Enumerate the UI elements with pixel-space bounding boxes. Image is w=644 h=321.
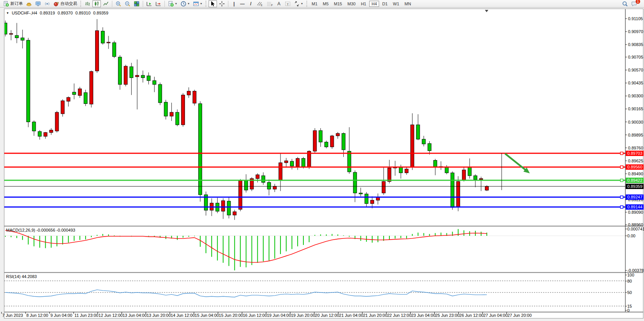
notification-badge: 1: [636, 0, 640, 4]
arrows-caret: ▼: [301, 2, 303, 5]
time-tick-label: 23 Jun 04:00: [411, 313, 435, 318]
timeframe-button-mn[interactable]: MN: [402, 1, 413, 7]
fibonacci-button[interactable]: F: [265, 0, 274, 7]
toolbar-grip: [80, 1, 81, 7]
timeframe-button-m15[interactable]: M15: [332, 1, 344, 7]
tile-windows-button[interactable]: [132, 0, 141, 7]
channel-button[interactable]: E: [255, 0, 265, 7]
tile-windows-icon: [134, 1, 140, 7]
text-label-icon: T: [285, 1, 291, 7]
time-tick-label: 11 Jun 23:00: [75, 313, 99, 318]
rsi-pane-label: RSI(14) 44.2083: [6, 274, 37, 279]
timeframe-button-w1[interactable]: W1: [391, 1, 402, 7]
toolbar-separator: [112, 1, 112, 7]
hline-handle[interactable]: [620, 206, 623, 208]
terminal-button[interactable]: [34, 0, 42, 7]
clock-icon: [180, 1, 187, 7]
indicators-button[interactable]: ▼: [167, 0, 179, 7]
time-tick-label: 26 Jun 12:00: [459, 313, 484, 318]
time-tick-label: 8 Jun 12:00: [26, 313, 48, 318]
cursor-button[interactable]: [209, 0, 217, 7]
svg-text:F: F: [271, 4, 273, 6]
hline-handle[interactable]: [620, 179, 623, 182]
templates-button[interactable]: ▼: [192, 0, 204, 7]
horizontal-line-button[interactable]: —: [239, 0, 246, 7]
auto-trading-button[interactable]: 自动交易: [52, 0, 78, 7]
time-tick-label: 22 Jun 12:00: [387, 313, 411, 318]
zoom-in-button[interactable]: [114, 0, 123, 7]
toolbar: 新订单 自动交易 ▼ ▼: [0, 0, 644, 8]
price-chip-label: 0.89247: [627, 195, 642, 199]
price-chip-label: 0.89422: [627, 178, 642, 183]
periods-caret: ▼: [187, 2, 190, 5]
text-button[interactable]: A: [275, 0, 283, 7]
terminal-icon: [35, 1, 41, 7]
vertical-line-button[interactable]: |: [230, 0, 238, 7]
hline-handle[interactable]: [620, 166, 623, 168]
macd-tick-label: 0.000741: [627, 227, 644, 231]
timeframe-button-m30[interactable]: M30: [345, 1, 358, 7]
price-tick-label: 0.89625: [628, 159, 643, 163]
horizontal-line-icon: —: [240, 1, 245, 6]
auto-trading-label: 自动交易: [61, 1, 77, 6]
templates-caret: ▼: [200, 2, 202, 5]
indicators-icon: [168, 1, 174, 7]
crosshair-icon: [219, 1, 225, 7]
timeframe-button-h1[interactable]: H1: [359, 1, 368, 7]
toolbar-grip: [306, 1, 308, 7]
timeframe-button-d1[interactable]: D1: [380, 1, 390, 7]
time-tick-label: 19 Jun 04:00: [267, 313, 291, 318]
auto-trading-icon: [53, 1, 59, 7]
arrows-icon: [294, 1, 300, 7]
arrows-button[interactable]: ▼: [293, 0, 304, 7]
time-tick-label: 21 Jun 04:00: [339, 313, 363, 318]
candle-chart-button[interactable]: [92, 0, 101, 7]
notifications-button[interactable]: 1: [630, 0, 639, 7]
market-watch-button[interactable]: [25, 0, 33, 7]
chart-shift-button[interactable]: [154, 0, 163, 7]
trendline-button[interactable]: /: [247, 0, 255, 7]
search-button[interactable]: [621, 0, 629, 7]
time-tick-label: 15 Jun 04:00: [195, 313, 219, 318]
line-chart-button[interactable]: [102, 0, 110, 7]
timeframe-button-m1[interactable]: M1: [309, 1, 320, 7]
ohlc-high: 0.89370: [57, 11, 73, 15]
time-tick-label: 16 Jun 12:00: [243, 313, 267, 318]
rsi-tick-label: 50: [627, 290, 632, 295]
search-icon: [622, 1, 628, 7]
periods-button[interactable]: ▼: [179, 0, 191, 7]
symbol-label: USDCHF-,H4: [12, 11, 37, 15]
auto-scroll-button[interactable]: [145, 0, 153, 7]
timeframe-button-m5[interactable]: M5: [320, 1, 331, 7]
timeframe-button-h4[interactable]: H4: [369, 1, 379, 7]
time-tick-label: 27 Jun 04:00: [483, 313, 508, 318]
toolbar-separator: [143, 1, 143, 7]
time-tick-label: 9 Jun 04:00: [50, 313, 72, 318]
rsi-tick-label: 80: [627, 279, 632, 283]
chart-shift-icon: [155, 1, 161, 7]
chart-canvas[interactable]: 0.911050.909700.908350.907050.905700.904…: [0, 0, 644, 321]
symbol-ohlc-bar[interactable]: ▼ USDCHF-,H4 0.89319 0.89370 0.89310 0.8…: [6, 11, 108, 15]
line-chart-icon: [103, 1, 109, 7]
chevron-down-icon[interactable]: ▼: [6, 11, 9, 15]
cursor-icon: [210, 1, 216, 7]
price-tick-label: 0.90705: [628, 55, 643, 59]
svg-text:T: T: [287, 2, 289, 6]
zoom-out-button[interactable]: [123, 0, 132, 7]
price-chip-label: 0.89359: [627, 184, 642, 189]
auto-scroll-icon: [146, 1, 152, 7]
bar-chart-button[interactable]: [83, 0, 92, 7]
gold-icon: [26, 1, 32, 7]
toolbar-separator: [228, 1, 228, 7]
macd-tick-label: 0.00: [627, 234, 635, 238]
hline-handle[interactable]: [620, 152, 623, 155]
new-order-icon: [3, 1, 9, 7]
hline-handle[interactable]: [620, 196, 623, 199]
signal-button[interactable]: [43, 0, 51, 7]
trendline-icon: /: [250, 1, 251, 6]
price-tick-label: 0.90570: [628, 68, 643, 72]
crosshair-button[interactable]: [218, 0, 226, 7]
price-tick-label: 0.89760: [628, 146, 643, 150]
text-label-button[interactable]: T: [284, 0, 292, 7]
new-order-button[interactable]: 新订单: [2, 0, 24, 7]
